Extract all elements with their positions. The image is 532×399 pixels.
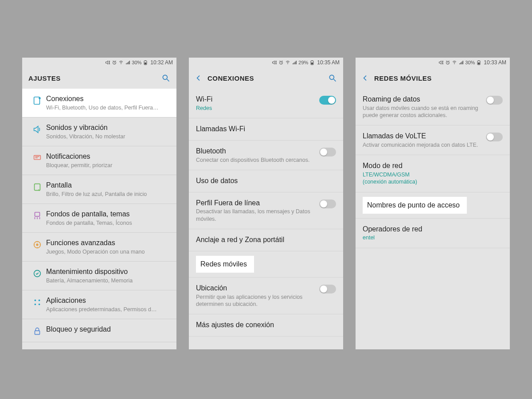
svg-rect-39 — [478, 63, 480, 64]
status-time: 10:32 AM — [150, 59, 173, 66]
settings-row[interactable]: Ubicación Permitir que las aplicaciones … — [189, 278, 343, 314]
svg-point-37 — [454, 63, 455, 64]
battery-icon — [476, 60, 481, 65]
settings-list: Conexiones Wi-Fi, Bluetooth, Uso de dato… — [22, 89, 176, 349]
settings-row-notif[interactable]: Notificaciones Bloquear, permitir, prior… — [22, 146, 176, 175]
wifi-icon — [285, 60, 290, 65]
status-bar: 29% 10:35 AM — [189, 58, 343, 67]
settings-row[interactable]: Anclaje a red y Zona portátil — [189, 229, 343, 251]
row-subtitle: Permitir que las aplicaciones y los serv… — [196, 293, 315, 308]
svg-rect-12 — [35, 184, 40, 191]
status-bar: 30% 10:32 AM — [22, 58, 176, 67]
settings-row[interactable]: Roaming de datos Usar datos móviles cuan… — [356, 89, 510, 125]
toggle-switch[interactable] — [319, 96, 336, 105]
settings-row[interactable]: Wi-Fi Redes — [189, 89, 343, 118]
notif-icon — [28, 152, 46, 163]
row-title: Uso de datos — [196, 176, 336, 186]
svg-point-8 — [39, 97, 41, 99]
row-title: Llamadas Wi-Fi — [196, 125, 336, 134]
back-button[interactable] — [362, 74, 374, 82]
row-title: Llamadas de VoLTE — [363, 132, 481, 141]
header-title: AJUSTES — [28, 74, 157, 82]
alarm-icon — [112, 60, 117, 65]
svg-point-26 — [35, 304, 36, 305]
settings-row-apps[interactable]: Aplicaciones Aplicaciones predeterminada… — [22, 290, 176, 319]
status-time: 10:35 AM — [317, 59, 340, 66]
search-button[interactable] — [324, 74, 337, 82]
settings-row-wallpaper[interactable]: Fondos de pantalla, temas Fondos de pant… — [22, 204, 176, 233]
signal-icon — [458, 60, 464, 65]
toggle-switch[interactable] — [319, 148, 336, 156]
svg-point-27 — [39, 304, 40, 305]
row-title: Modo de red — [363, 161, 503, 171]
settings-row-display[interactable]: Pantalla Brillo, Filtro de luz azul, Pan… — [22, 175, 176, 204]
toggle-switch[interactable] — [486, 96, 503, 105]
settings-row[interactable]: Perfil Fuera de línea Desactivar las lla… — [189, 192, 343, 229]
back-button[interactable] — [195, 74, 207, 82]
svg-point-18 — [36, 244, 38, 246]
svg-rect-13 — [35, 212, 40, 216]
row-subtitle: Desactivar las llamadas, los mensajes y … — [196, 208, 315, 223]
row-subtitle: Sonidos, Vibración, No molestar — [46, 133, 170, 140]
svg-line-35 — [334, 79, 336, 82]
svg-point-5 — [163, 75, 167, 79]
settings-row[interactable]: Operadores de red entel — [356, 219, 510, 248]
settings-row[interactable]: Modo de red LTE/WCDMA/GSM(conexión autom… — [356, 155, 510, 192]
settings-row-sound[interactable]: Sonidos y vibración Sonidos, Vibración, … — [22, 117, 176, 146]
toggle-switch[interactable] — [319, 200, 336, 208]
settings-row-maint[interactable]: Mantenimiento dispositivo Batería, Almac… — [22, 262, 176, 290]
mute-icon — [438, 60, 444, 65]
settings-list: Wi-Fi Redes Llamadas Wi-Fi Bluetooth Con… — [189, 89, 343, 349]
wallpaper-icon — [28, 210, 46, 221]
settings-row-connections[interactable]: Conexiones Wi-Fi, Bluetooth, Uso de dato… — [22, 89, 176, 117]
settings-row[interactable]: Redes móviles — [189, 251, 343, 278]
row-title: Bluetooth — [196, 147, 315, 156]
svg-rect-33 — [312, 60, 313, 61]
svg-point-24 — [35, 300, 36, 301]
row-title: Perfil Fuera de línea — [196, 199, 315, 208]
settings-row[interactable]: Uso de datos — [189, 170, 343, 192]
search-button[interactable] — [157, 74, 170, 82]
settings-row-lock[interactable]: Bloqueo y seguridad — [22, 319, 176, 342]
battery-percent: 30% — [132, 60, 141, 65]
header-title: CONEXIONES — [207, 74, 324, 82]
wifi-icon — [118, 60, 124, 65]
settings-row-advanced[interactable]: Funciones avanzadas Juegos, Modo Operaci… — [22, 233, 176, 262]
settings-row[interactable]: Más ajustes de conexión — [189, 314, 343, 336]
alarm-icon — [278, 60, 284, 65]
row-title: Pantalla — [46, 181, 170, 190]
settings-row[interactable]: Bluetooth Conectar con dispositivos Blue… — [189, 141, 343, 170]
row-subtitle: Redes — [196, 105, 315, 112]
settings-row[interactable]: Llamadas de VoLTE Activar comunicación m… — [356, 125, 510, 155]
svg-rect-4 — [145, 60, 146, 61]
mute-icon — [105, 60, 110, 65]
toggle-switch[interactable] — [319, 285, 336, 293]
signal-icon — [125, 60, 130, 65]
maint-icon — [28, 267, 46, 278]
row-subtitle: Bloquear, permitir, priorizar — [46, 162, 170, 169]
sound-icon — [28, 123, 46, 134]
connections-icon — [28, 94, 46, 106]
row-title: Sonidos y vibración — [46, 123, 170, 133]
settings-list: Roaming de datos Usar datos móviles cuan… — [356, 89, 510, 349]
phone-screen-3: 30% 10:33 AM REDES MÓVILES Roaming de da… — [356, 58, 510, 349]
battery-icon — [143, 60, 148, 65]
row-subtitle: LTE/WCDMA/GSM(conexión automática) — [363, 171, 503, 186]
row-title: Bloqueo y seguridad — [46, 325, 170, 334]
svg-rect-28 — [35, 331, 40, 334]
row-title: Wi-Fi — [196, 95, 315, 104]
row-title: Conexiones — [46, 94, 170, 104]
battery-percent: 30% — [465, 60, 475, 65]
row-title: Nombres de punto de acceso — [363, 197, 467, 214]
battery-percent: 29% — [298, 60, 308, 65]
row-title: Anclaje a red y Zona portátil — [196, 235, 336, 245]
toggle-switch[interactable] — [486, 133, 503, 141]
wifi-icon — [452, 60, 457, 65]
row-title: Mantenimiento dispositivo — [46, 267, 170, 277]
settings-row[interactable]: Nombres de punto de acceso — [356, 192, 510, 219]
settings-row[interactable]: Llamadas Wi-Fi — [189, 118, 343, 141]
alarm-icon — [445, 60, 450, 65]
svg-rect-9 — [34, 156, 41, 160]
phone-screen-1: 30% 10:32 AM AJUSTES Conexiones Wi-Fi, B… — [22, 58, 176, 349]
row-title: Aplicaciones — [46, 296, 170, 305]
